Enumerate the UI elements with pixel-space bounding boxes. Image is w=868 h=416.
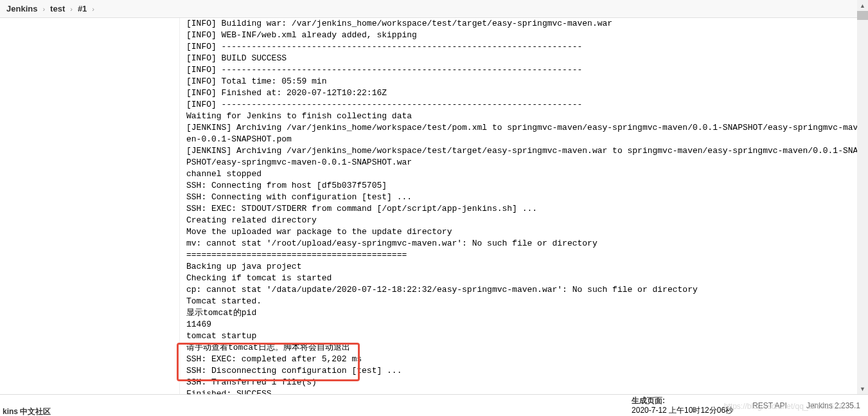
scrollbar-thumb[interactable]	[857, 11, 868, 20]
breadcrumb-job[interactable]: test	[50, 4, 65, 14]
footer: 生成页面: 2020-7-12 上午10时12分06秒 REST API Jen…	[0, 394, 868, 416]
jenkins-version: Jenkins 2.235.1	[806, 401, 860, 410]
console-output: [INFO] Building war: /var/jenkins_home/w…	[186, 18, 862, 394]
rest-api-link[interactable]: REST API	[752, 401, 787, 410]
console-output-panel: [INFO] Building war: /var/jenkins_home/w…	[180, 18, 868, 394]
breadcrumb-build[interactable]: #1	[78, 4, 87, 14]
chevron-right-icon: ›	[42, 5, 45, 13]
page-generated-label: 生成页面:	[632, 396, 665, 405]
chevron-right-icon: ›	[70, 5, 73, 13]
page-generated-time: 2020-7-12 上午10时12分06秒	[632, 406, 733, 415]
chevron-right-icon: ›	[92, 5, 94, 13]
sidebar	[0, 18, 180, 394]
scroll-up-icon[interactable]: ▲	[857, 0, 868, 11]
community-link-partial: kins 中文社区	[3, 406, 51, 416]
breadcrumb: Jenkins › test › #1 ›	[0, 0, 868, 18]
vertical-scrollbar[interactable]: ▲ ▼	[857, 0, 868, 394]
scroll-down-icon[interactable]: ▼	[857, 383, 868, 394]
breadcrumb-jenkins[interactable]: Jenkins	[6, 4, 37, 14]
main-area: [INFO] Building war: /var/jenkins_home/w…	[0, 18, 868, 394]
page-generated: 生成页面: 2020-7-12 上午10时12分06秒	[632, 396, 733, 415]
